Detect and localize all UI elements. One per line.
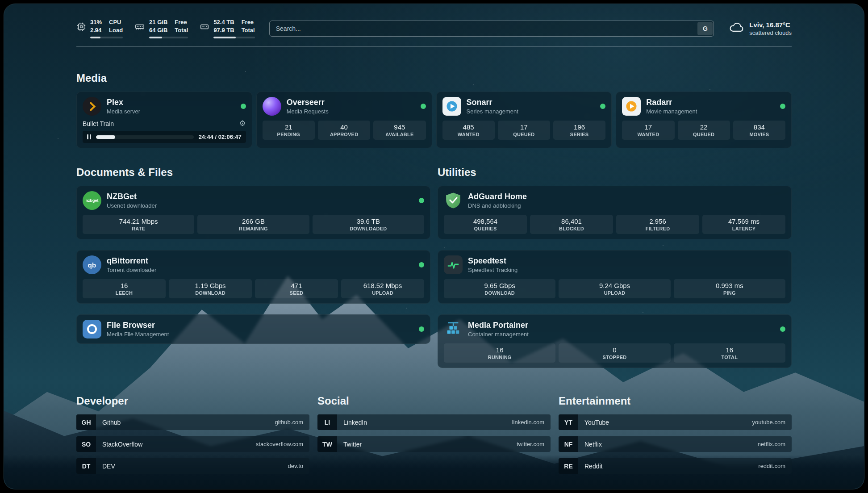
plex-progress-track[interactable] — [96, 135, 194, 139]
bookmark-name: StackOverflow — [102, 441, 142, 448]
cpu-label-bottom: Load — [109, 26, 123, 34]
stat-value: 40 — [320, 123, 368, 131]
stat-value: 86,401 — [532, 217, 611, 225]
speedtest-icon — [444, 255, 463, 274]
plex-app-link[interactable]: Plex Media server — [83, 97, 246, 116]
stat-queued: 22 QUEUED — [678, 121, 730, 140]
ram-label-bottom: Total — [175, 26, 188, 34]
stat-label: AVAILABLE — [375, 132, 424, 137]
filebrowser-app-link[interactable]: File Browser Media File Management — [83, 320, 424, 338]
radarr-app-link[interactable]: Radarr Movie management — [622, 97, 785, 116]
bookmark-linkedin[interactable]: LI LinkedIn linkedin.com — [317, 414, 551, 430]
search-engine-button[interactable]: G — [697, 22, 713, 35]
stat-label: PENDING — [264, 132, 313, 137]
bookmark-name: YouTube — [584, 419, 609, 426]
bookmark-url: reddit.com — [758, 463, 785, 469]
radarr-icon — [622, 97, 641, 116]
cpu-readout: 31% 2.94 CPU Load — [90, 18, 123, 38]
qbittorrent-app-link[interactable]: qb qBittorrent Torrent downloader — [83, 255, 424, 274]
stat-label: DOWNLOAD — [171, 290, 250, 296]
plex-now-playing-row: Bullet Train ⚙ — [83, 120, 246, 127]
bookmark-abbr: TW — [317, 436, 337, 452]
background-stars — [4, 4, 5, 5]
plex-playback-time: 24:44 / 02:06:47 — [199, 134, 242, 140]
bookmark-name: Github — [102, 419, 121, 426]
bookmark-abbr: DT — [76, 458, 96, 474]
pause-icon[interactable] — [87, 134, 91, 139]
bookmark-github[interactable]: GH Github github.com — [76, 414, 309, 430]
radarr-card: Radarr Movie management 17 WANTED 22 QUE… — [616, 92, 792, 148]
stat-label: LEECH — [84, 290, 164, 296]
stat-value: 1.19 Gbps — [171, 282, 250, 289]
overseerr-app-link[interactable]: Overseerr Media Requests — [263, 97, 426, 116]
stat-label: SERIES — [555, 132, 604, 137]
portainer-card: Media Portainer Container management 16 … — [438, 314, 792, 368]
radarr-desc: Movie management — [646, 108, 697, 115]
qbittorrent-card: qb qBittorrent Torrent downloader 16 LEE… — [76, 250, 430, 304]
bookmark-netflix[interactable]: NF Netflix netflix.com — [559, 436, 792, 452]
bookmark-name: Twitter — [343, 441, 362, 448]
cpu-usage-fill — [90, 37, 100, 38]
stat-upload: 618.52 Mbps UPLOAD — [341, 279, 424, 298]
speedtest-app-link[interactable]: Speedtest Speedtest Tracking — [444, 255, 785, 274]
bookmark-abbr: YT — [559, 414, 578, 430]
stat-value: 471 — [257, 282, 336, 289]
section-entertainment: Entertainment YT YouTube youtube.com NF … — [559, 395, 792, 474]
search-input[interactable] — [269, 21, 714, 37]
speedtest-name: Speedtest — [468, 256, 517, 266]
sonarr-icon — [442, 97, 461, 116]
section-documents: Documents & Files nzbget NZBGet Usenet d… — [76, 166, 430, 368]
bookmark-abbr: RE — [559, 458, 578, 474]
plex-player-bar: 24:44 / 02:06:47 — [83, 131, 246, 143]
nzbget-icon: nzbget — [83, 191, 101, 210]
dashboard-screen: 31% 2.94 CPU Load — [4, 4, 864, 489]
nzbget-app-link[interactable]: nzbget NZBGet Usenet downloader — [83, 191, 424, 210]
bookmark-dev[interactable]: DT DEV dev.to — [76, 458, 309, 474]
portainer-status-dot — [780, 326, 785, 332]
bookmark-reddit[interactable]: RE Reddit reddit.com — [559, 458, 792, 474]
stat-value: 9.65 Gbps — [446, 282, 554, 289]
qbittorrent-status-dot — [419, 262, 424, 267]
overseerr-stats: 21 PENDING 40 APPROVED 945 AVAILABLE — [263, 121, 426, 140]
stat-queued: 17 QUEUED — [498, 121, 550, 140]
bookmark-url: linkedin.com — [512, 419, 544, 426]
bookmark-twitter[interactable]: TW Twitter twitter.com — [317, 436, 551, 452]
stat-label: QUEUED — [500, 132, 548, 137]
portainer-desc: Container management — [468, 331, 529, 338]
stat-wanted: 485 WANTED — [442, 121, 495, 140]
section-title-documents: Documents & Files — [76, 166, 430, 179]
qbittorrent-icon: qb — [83, 255, 101, 274]
stat-ping: 0.993 ms PING — [674, 279, 785, 298]
portainer-app-link[interactable]: Media Portainer Container management — [444, 320, 785, 338]
ram-readout: 21 GiB 64 GiB Free Total — [149, 18, 188, 38]
bookmark-youtube[interactable]: YT YouTube youtube.com — [559, 414, 792, 430]
stat-approved: 40 APPROVED — [318, 121, 370, 140]
speedtest-desc: Speedtest Tracking — [468, 267, 517, 273]
plex-icon — [83, 97, 101, 116]
stat-movies: 834 MOVIES — [733, 121, 785, 140]
bookmark-abbr: LI — [317, 414, 337, 430]
stat-running: 16 RUNNING — [444, 343, 555, 363]
stat-wanted: 17 WANTED — [622, 121, 674, 140]
bookmarks-area: Developer GH Github github.com SO StackO… — [76, 395, 792, 474]
stat-value: 39.6 TB — [314, 217, 422, 225]
overseerr-card: Overseerr Media Requests 21 PENDING 40 A… — [256, 92, 432, 148]
stat-stopped: 0 STOPPED — [559, 343, 670, 363]
stat-downloaded: 39.6 TB DOWNLOADED — [313, 215, 424, 234]
stat-label: MOVIES — [735, 132, 784, 137]
stat-value: 21 — [264, 123, 313, 131]
sonarr-stats: 485 WANTED 17 QUEUED 196 SERIES — [442, 121, 606, 140]
gear-icon[interactable]: ⚙ — [239, 120, 246, 127]
ram-total-value: 64 GiB — [149, 26, 167, 34]
stat-filtered: 2,956 FILTERED — [616, 215, 699, 234]
adguard-app-link[interactable]: AdGuard Home DNS and adblocking — [444, 191, 785, 210]
sonarr-app-link[interactable]: Sonarr Series management — [442, 97, 606, 116]
ram-label-top: Free — [175, 18, 188, 26]
stat-value: 834 — [735, 123, 784, 131]
cpu-percent: 31% — [90, 18, 102, 26]
bookmark-stackoverflow[interactable]: SO StackOverflow stackoverflow.com — [76, 436, 309, 452]
stat-pending: 21 PENDING — [263, 121, 315, 140]
plex-status-dot — [241, 104, 246, 109]
stat-series: 196 SERIES — [553, 121, 605, 140]
bookmark-url: stackoverflow.com — [256, 441, 303, 447]
